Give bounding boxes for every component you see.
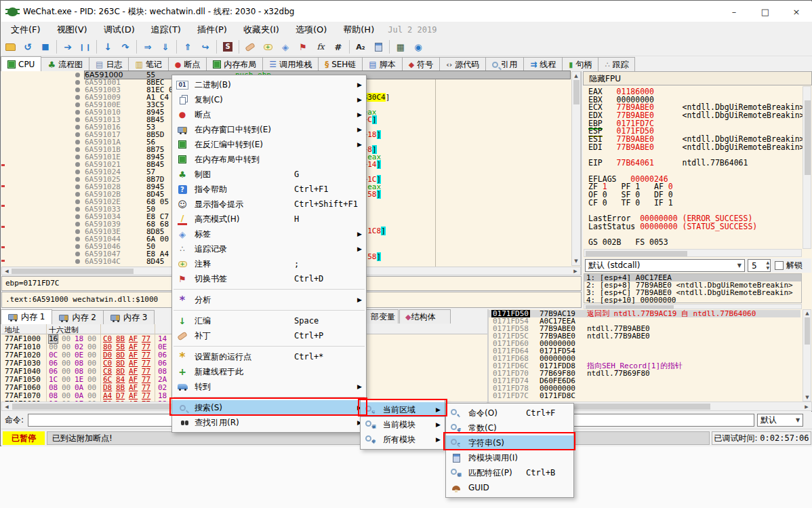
toolbar-button-labels[interactable]: ◈ [277,39,294,55]
menu-item-复制(C)[interactable]: 复制(C)▶ [172,92,366,107]
toolbar-button-execute-till-return[interactable]: ⇑ [179,39,197,55]
toolbar-button-source-badge[interactable]: S [219,39,237,55]
tab-内存 3[interactable]: 内存 3 [103,310,155,324]
tab-跟踪[interactable]: ∴跟踪 [598,57,635,71]
breakpoint-dot[interactable] [75,192,80,197]
tab-引用[interactable]: 引用 [485,57,524,71]
menu-item-指令帮助[interactable]: ?指令帮助Ctrl+F1 [172,182,366,197]
menu-item-标签[interactable]: ◈标签▶ [172,227,366,241]
menu-item-高亮模式(H)[interactable]: /高亮模式(H)H [172,212,366,227]
menu-item-在反汇编中转到(E)[interactable]: 在反汇编中转到(E)▶ [172,137,366,152]
register-line[interactable]: EIP 77B64061 ntdll.77B64061 [588,159,804,168]
breakpoint-dot[interactable] [75,207,80,212]
menu-item-二进制(B)[interactable]: 01二进制(B)▶ [172,77,366,92]
tab-日志[interactable]: ▤日志 [89,57,129,71]
stack-row[interactable]: 0171FD7C0171FD8C [489,392,800,399]
breakpoint-dot[interactable] [75,222,80,227]
breakpoint-dot[interactable] [75,147,80,152]
toolbar-button-run-until-user[interactable]: ↪ [197,39,214,55]
registers-horizontal-scrollbar[interactable] [584,249,802,257]
breakpoint-dot[interactable] [75,259,80,264]
stack-row[interactable]: 0171FD5C77B9ABE0ntdll.77B9ABE0 [489,332,800,340]
stack-row[interactable]: 0171FD640171FD54 [489,347,800,355]
tab-内存 1[interactable]: 内存 1 [1,309,52,324]
breakpoint-dot[interactable] [75,110,80,115]
breakpoint-dot[interactable] [75,244,80,249]
unlock-checkbox[interactable]: 解锁 [775,260,803,271]
menu-item-断点[interactable]: ●断点▶ [172,107,366,122]
menu-item-匹配特征(P)[interactable]: ▦匹配特征(P)Ctrl+B [446,465,573,480]
stack-row[interactable]: 0171FD74D60FE6D6 [489,377,800,385]
menu-item-注释[interactable]: +注释; [172,256,366,271]
stack-row[interactable]: 0171FD7077B69F80ntdll.77B69F80 [489,370,800,377]
breakpoint-dot[interactable] [75,237,80,241]
breakpoint-dot[interactable] [75,184,80,189]
registers-vertical-scrollbar[interactable] [803,86,811,249]
stack-pane[interactable]: ▲ ▼ 0171FD5077B9AC19返回到 ntdll.77B9AC19 自… [489,309,812,402]
command-profile-select[interactable]: 默认 ▼ [757,414,803,427]
toolbar-button-restart[interactable]: ↺ [19,39,37,55]
breakpoint-dot[interactable] [75,117,80,122]
tab-内存 2[interactable]: 内存 2 [52,310,103,324]
tab-调用堆栈[interactable]: ☰调用堆栈 [262,57,319,71]
calling-convention-select[interactable]: 默认 (stdcall) ▼ [585,259,745,272]
register-line[interactable]: LastStatus 00000000 (STATUS_SUCCESS) [588,223,804,231]
call-arguments-list[interactable]: 1: [esp+4] A0C17EEA2: [esp+8] 77B9ABE0 <… [584,273,802,303]
toolbar-button-run[interactable]: ➔ [59,39,77,55]
menubar-item-7[interactable]: 选项(O) [289,22,333,38]
menu-item-汇编[interactable]: ↓汇编Space [172,313,366,328]
menu-item-字符串(S)[interactable]: ”字符串(S) [446,435,573,450]
breakpoint-dot[interactable] [75,162,80,167]
breakpoint-dot[interactable] [75,177,80,182]
menubar-item-3[interactable]: 调试(D) [97,22,142,38]
breakpoint-dot[interactable] [75,155,80,159]
menu-item-GUID[interactable]: GUID [446,480,573,495]
menu-item-命令(O)[interactable]: ›命令(O)Ctrl+F [446,406,573,421]
menubar-item-8[interactable]: 帮助(H) [336,22,381,38]
breakpoint-dot[interactable] [75,87,80,92]
close-button[interactable]: × [781,1,812,22]
arguments-horizontal-scrollbar[interactable] [584,304,802,309]
toolbar-button-open-file[interactable] [1,39,19,55]
menubar-item-6[interactable]: 收藏夹(I) [237,22,286,38]
stack-row[interactable]: 0171FD5077B9AC19返回到 ntdll.77B9AC19 自 ntd… [489,310,800,317]
toolbar-button-step-over[interactable]: ↷ [117,39,134,55]
register-line[interactable]: CF 0 TF 0 IF 1 [588,199,804,208]
tab-struct[interactable]: ◆ 结构体 [399,309,451,324]
toolbar-button-pause[interactable]: ❙❙ [77,39,94,55]
menu-item-搜索(S)[interactable]: 搜索(S)▶ [172,400,366,415]
stack-row[interactable]: 0171FD6000000000 [489,340,800,347]
tab-脚本[interactable]: ▤脚本 [362,57,402,71]
menu-item-跨模块调用(I)[interactable]: 跨模块调用(I) [446,450,573,465]
menu-item-切换书签[interactable]: ⚑切换书签Ctrl+D [172,271,366,286]
menubar-item-1[interactable]: 文件(F) [4,22,47,38]
toolbar-button-run-to-user[interactable]: ⇒ [139,39,157,55]
menu-item-分析[interactable]: *分析▶ [172,292,366,307]
breakpoint-dot[interactable] [75,199,80,204]
breakpoint-dot[interactable] [75,102,80,107]
menu-item-查找引用(R)[interactable]: 查找引用(R)▶ [172,415,366,430]
menu-item-新建线程于此[interactable]: +新建线程于此 [172,364,366,379]
breakpoint-dot[interactable] [75,140,80,144]
disasm-vertical-scrollbar[interactable]: ▲ ▼ [571,71,581,266]
hide-fpu-button[interactable]: 隐藏FPU [583,71,812,85]
toolbar-button-step-into[interactable]: ↓ [99,39,117,55]
menu-item-追踪记录[interactable]: ∴追踪记录▶ [172,241,366,256]
tab-句柄[interactable]: ▮句柄 [562,57,598,71]
tab-笔记[interactable]: ▥笔记 [128,57,168,71]
toolbar-button-bookmarks[interactable]: ⚑ [294,39,312,55]
breakpoint-dot[interactable] [75,229,80,234]
call-argument-row[interactable]: 4: [esp+10] 00000000 [584,296,801,304]
minimize-button[interactable]: – [718,1,750,22]
toolbar-button-stop[interactable]: ■ [37,39,54,55]
tab-locals[interactable]: 部变量 [365,309,399,324]
menubar-item-2[interactable]: 视图(V) [50,22,94,38]
menubar-item-4[interactable]: 追踪(T) [144,22,188,38]
toolbar-button-patch[interactable] [241,39,259,55]
breakpoint-dot[interactable] [75,125,80,130]
tab-线程[interactable]: ⇉线程 [523,57,563,71]
toolbar-button-function[interactable]: fx [312,39,329,55]
register-line[interactable]: GS 002B FS 0053 [588,239,804,247]
tab-CPU[interactable]: CPU [1,56,41,71]
breakpoint-dot[interactable] [75,80,80,85]
